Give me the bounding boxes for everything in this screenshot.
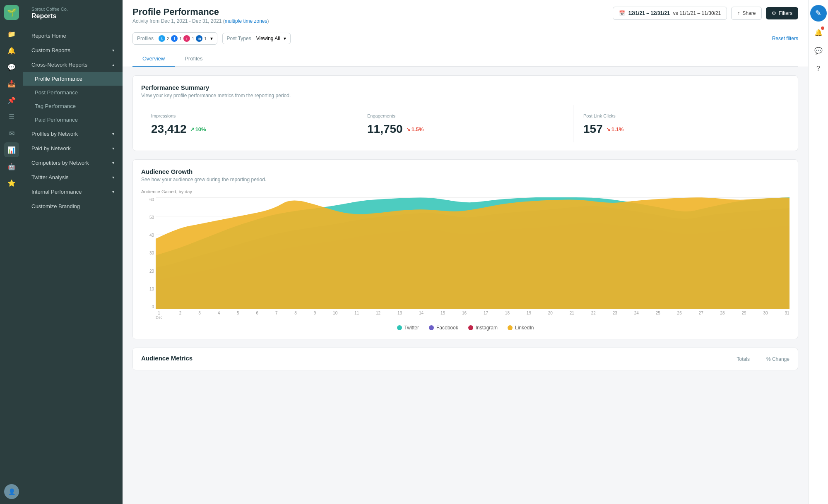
sidebar-title: Reports [31,12,114,20]
share-button[interactable]: ↑ Share [731,7,762,20]
chart-legend: Twitter Facebook Instagram LinkedIn [141,325,789,331]
engagements-label[interactable]: Engagements [367,113,395,119]
engagements-value: 11,750 ↘ 1.5% [367,122,563,136]
metric-impressions: Impressions 23,412 ↗ 10% [141,105,357,142]
tabs-row: Overview Profiles [132,51,798,67]
post-link-clicks-label[interactable]: Post Link Clicks [583,113,616,119]
app-logo[interactable]: 🌱 [4,5,19,20]
profiles-filter[interactable]: Profiles t 2 f 1 i 1 in 1 ▾ [132,32,217,45]
right-notifications-icon[interactable]: 🔔 [811,25,826,40]
legend-facebook: Facebook [429,325,458,331]
sidebar-item-customize-branding[interactable]: Customize Branding [23,199,123,214]
chevron-up-icon: ▴ [112,62,114,67]
company-name: Sprout Coffee Co. [31,7,114,12]
header-actions: 📅 12/1/21 – 12/31/21 vs 11/1/21 – 11/30/… [613,7,798,20]
legend-twitter: Twitter [397,325,419,331]
chevron-icon: ▾ [112,48,114,53]
chevron-icon-2: ▾ [112,132,114,136]
performance-summary-subtitle: View your key profile performance metric… [141,93,789,98]
chart-svg-area [156,197,789,309]
reset-filters-link[interactable]: Reset filters [772,36,798,41]
filters-button[interactable]: ⚙ Filters [766,7,798,19]
nav-icon-listening[interactable]: 🤖 [4,159,19,174]
sidebar-item-post-performance[interactable]: Post Performance [23,86,123,99]
metric-engagements: Engagements 11,750 ↘ 1.5% [357,105,573,142]
performance-summary-title: Performance Summary [141,84,789,91]
right-help-icon[interactable]: ? [811,61,826,76]
tab-profiles[interactable]: Profiles [175,51,212,67]
header-row: Profile Performance Activity from Dec 1,… [132,7,798,24]
performance-summary-card: Performance Summary View your key profil… [132,75,798,151]
sidebar-item-custom-reports[interactable]: Custom Reports ▾ [23,43,123,58]
nav-icon-notifications[interactable]: 🔔 [4,43,19,58]
user-avatar[interactable]: 👤 [4,484,19,499]
impressions-change: ↗ 10% [190,126,206,132]
metric-post-link-clicks: Post Link Clicks 157 ↘ 1.1% [573,105,789,142]
sidebar-item-profile-performance[interactable]: Profile Performance [23,72,123,86]
legend-dot-linkedin [508,325,513,330]
share-icon: ↑ [737,10,740,16]
post-link-clicks-change: ↘ 1.1% [606,126,624,132]
tab-overview[interactable]: Overview [132,51,175,67]
right-rail: ✎ 🔔 💬 ? [808,0,828,504]
compose-button[interactable]: ✎ [810,5,827,22]
facebook-icon: f [171,35,178,42]
sidebar-item-paid-by-network[interactable]: Paid by Network ▾ [23,141,123,156]
engagements-change: ↘ 1.5% [406,126,424,132]
icon-rail: 🌱 📁 🔔 💬 📥 📌 ☰ ✉ 📊 🤖 ⭐ 👤 [0,0,23,504]
right-messages-icon[interactable]: 💬 [811,43,826,58]
nav-icon-calendar[interactable]: ☰ [4,109,19,124]
chevron-icon-4: ▾ [112,161,114,165]
audience-metrics-label: Audience Metrics [141,355,193,362]
content-body: Performance Summary View your key profil… [123,67,808,504]
sidebar-item-profiles-by-network[interactable]: Profiles by Network ▾ [23,127,123,141]
chart-container: 60 50 40 30 20 10 0 [141,197,789,322]
area-chart [156,197,789,309]
post-types-filter[interactable]: Post Types Viewing All ▾ [222,33,291,44]
legend-dot-twitter [397,325,402,330]
sidebar-item-reports-home[interactable]: Reports Home [23,29,123,43]
sidebar: Sprout Coffee Co. Reports Reports Home C… [23,0,123,504]
post-link-clicks-value: 157 ↘ 1.1% [583,122,780,136]
dropdown-chevron-profiles: ▾ [210,36,213,41]
legend-dot-instagram [468,325,473,330]
nav-icon-star[interactable]: ⭐ [4,175,19,190]
calendar-icon: 📅 [619,10,625,16]
nav-icon-tasks[interactable]: 📌 [4,93,19,108]
network-icons: t 2 f 1 i 1 in 1 [159,35,207,42]
notification-badge [821,26,824,30]
legend-linkedin: LinkedIn [508,325,534,331]
legend-dot-facebook [429,325,434,330]
sidebar-item-tag-performance[interactable]: Tag Performance [23,99,123,113]
metrics-row: Impressions 23,412 ↗ 10% Engagements 11,… [141,105,789,142]
sidebar-header: Sprout Coffee Co. Reports [23,0,123,25]
audience-growth-title: Audience Growth [141,168,789,175]
nav-icon-send[interactable]: ✉ [4,126,19,141]
page-title: Profile Performance [132,7,269,17]
nav-icon-folder[interactable]: 📁 [4,26,19,41]
date-range-button[interactable]: 📅 12/1/21 – 12/31/21 vs 11/1/21 – 11/30/… [613,7,727,20]
filter-group: Profiles t 2 f 1 i 1 in 1 ▾ Post Types [132,32,291,45]
sidebar-item-paid-performance[interactable]: Paid Performance [23,113,123,127]
sidebar-item-cross-network[interactable]: Cross-Network Reports ▴ [23,58,123,72]
totals-label: Totals [737,356,750,362]
sidebar-item-twitter-analysis[interactable]: Twitter Analysis ▾ [23,170,123,185]
nav-icon-inbox[interactable]: 📥 [4,76,19,91]
linkedin-icon: in [196,35,202,42]
impressions-value: 23,412 ↗ 10% [151,122,347,136]
pct-change-label: % Change [766,356,789,362]
sidebar-item-internal-performance[interactable]: Internal Performance ▾ [23,185,123,199]
sidebar-nav: Reports Home Custom Reports ▾ Cross-Netw… [23,25,123,217]
nav-icon-messages[interactable]: 💬 [4,60,19,74]
main-content: Profile Performance Activity from Dec 1,… [123,0,808,504]
dropdown-chevron-post-types: ▾ [284,36,286,41]
page-subtitle: Activity from Dec 1, 2021 - Dec 31, 2021… [132,18,269,24]
chart-label: Audience Gained, by day [141,189,789,194]
audience-growth-card: Audience Growth See how your audience gr… [132,159,798,339]
nav-icon-analytics[interactable]: 📊 [4,142,19,157]
sidebar-item-competitors-by-network[interactable]: Competitors by Network ▾ [23,156,123,170]
audience-metrics-card: Audience Metrics Totals % Change [132,348,798,370]
top-header: Profile Performance Activity from Dec 1,… [123,0,808,67]
impressions-label[interactable]: Impressions [151,113,176,119]
chevron-icon-5: ▾ [112,175,114,180]
